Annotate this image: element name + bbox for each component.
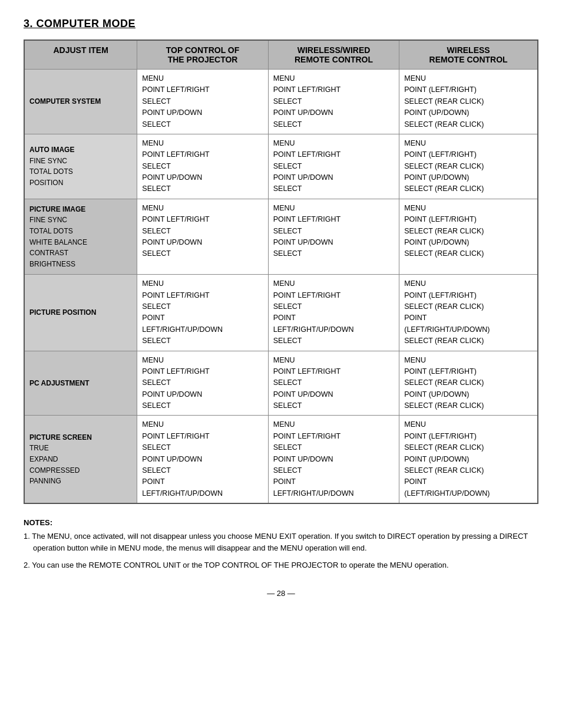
top-control-cell-pc-adjustment: MENUPOINT LEFT/RIGHTSELECTPOINT UP/DOWNS… (137, 351, 268, 416)
table-row: PICTURE POSITIONMENUPOINT LEFT/RIGHTSELE… (24, 275, 538, 351)
adjust-cell-picture-image: PICTURE IMAGEFINE SYNCTOTAL DOTSWHITE BA… (24, 199, 137, 275)
wireless-remote-cell-pc-adjustment: MENUPOINT (LEFT/RIGHT)SELECT (REAR CLICK… (399, 351, 538, 416)
adjust-cell-auto-image: AUTO IMAGEFINE SYNCTOTAL DOTSPOSITION (24, 134, 137, 199)
page-title: 3. COMPUTER MODE (24, 18, 538, 30)
table-row: COMPUTER SYSTEMMENUPOINT LEFT/RIGHTSELEC… (24, 70, 538, 134)
col-header-adjust: ADJUST ITEM (24, 40, 137, 70)
top-control-cell-auto-image: MENUPOINT LEFT/RIGHTSELECTPOINT UP/DOWNS… (137, 134, 268, 199)
wired-remote-cell-picture-image: MENUPOINT LEFT/RIGHTSELECTPOINT UP/DOWNS… (268, 199, 399, 275)
wired-remote-cell-computer-system: MENUPOINT LEFT/RIGHTSELECTPOINT UP/DOWNS… (268, 70, 399, 134)
note-item: 1. The MENU, once activated, will not di… (24, 531, 538, 554)
table-row: PICTURE SCREENTRUEEXPANDCOMPRESSEDPANNIN… (24, 416, 538, 503)
wireless-remote-cell-picture-screen: MENUPOINT (LEFT/RIGHT)SELECT (REAR CLICK… (399, 416, 538, 503)
col-header-wired: WIRELESS/WIREDREMOTE CONTROL (268, 40, 399, 70)
wired-remote-cell-picture-screen: MENUPOINT LEFT/RIGHTSELECTPOINT UP/DOWNS… (268, 416, 399, 503)
table-row: PICTURE IMAGEFINE SYNCTOTAL DOTSWHITE BA… (24, 199, 538, 275)
wired-remote-cell-auto-image: MENUPOINT LEFT/RIGHTSELECTPOINT UP/DOWNS… (268, 134, 399, 199)
table-row: AUTO IMAGEFINE SYNCTOTAL DOTSPOSITIONMEN… (24, 134, 538, 199)
adjust-cell-picture-screen: PICTURE SCREENTRUEEXPANDCOMPRESSEDPANNIN… (24, 416, 137, 503)
wireless-remote-cell-picture-image: MENUPOINT (LEFT/RIGHT)SELECT (REAR CLICK… (399, 199, 538, 275)
wireless-remote-cell-computer-system: MENUPOINT (LEFT/RIGHT)SELECT (REAR CLICK… (399, 70, 538, 134)
adjust-cell-pc-adjustment: PC ADJUSTMENT (24, 351, 137, 416)
wired-remote-cell-picture-position: MENUPOINT LEFT/RIGHTSELECTPOINTLEFT/RIGH… (268, 275, 399, 351)
note-item: 2. You can use the REMOTE CONTROL UNIT o… (24, 559, 538, 571)
top-control-cell-picture-screen: MENUPOINT LEFT/RIGHTSELECTPOINT UP/DOWNS… (137, 416, 268, 503)
table-row: PC ADJUSTMENTMENUPOINT LEFT/RIGHTSELECTP… (24, 351, 538, 416)
col-header-wireless: WIRELESSREMOTE CONTROL (399, 40, 538, 70)
top-control-cell-computer-system: MENUPOINT LEFT/RIGHTSELECTPOINT UP/DOWNS… (137, 70, 268, 134)
wireless-remote-cell-auto-image: MENUPOINT (LEFT/RIGHT)SELECT (REAR CLICK… (399, 134, 538, 199)
top-control-cell-picture-position: MENUPOINT LEFT/RIGHTSELECTPOINTLEFT/RIGH… (137, 275, 268, 351)
adjust-cell-picture-position: PICTURE POSITION (24, 275, 137, 351)
page-number: — 28 — (24, 589, 538, 598)
wired-remote-cell-pc-adjustment: MENUPOINT LEFT/RIGHTSELECTPOINT UP/DOWNS… (268, 351, 399, 416)
adjust-cell-computer-system: COMPUTER SYSTEM (24, 70, 137, 134)
notes-title: NOTES: (24, 518, 538, 527)
top-control-cell-picture-image: MENUPOINT LEFT/RIGHTSELECTPOINT UP/DOWNS… (137, 199, 268, 275)
computer-mode-table: ADJUST ITEM TOP CONTROL OFTHE PROJECTOR … (24, 39, 538, 504)
wireless-remote-cell-picture-position: MENUPOINT (LEFT/RIGHT)SELECT (REAR CLICK… (399, 275, 538, 351)
notes-section: NOTES: 1. The MENU, once activated, will… (24, 518, 538, 571)
col-header-top: TOP CONTROL OFTHE PROJECTOR (137, 40, 268, 70)
